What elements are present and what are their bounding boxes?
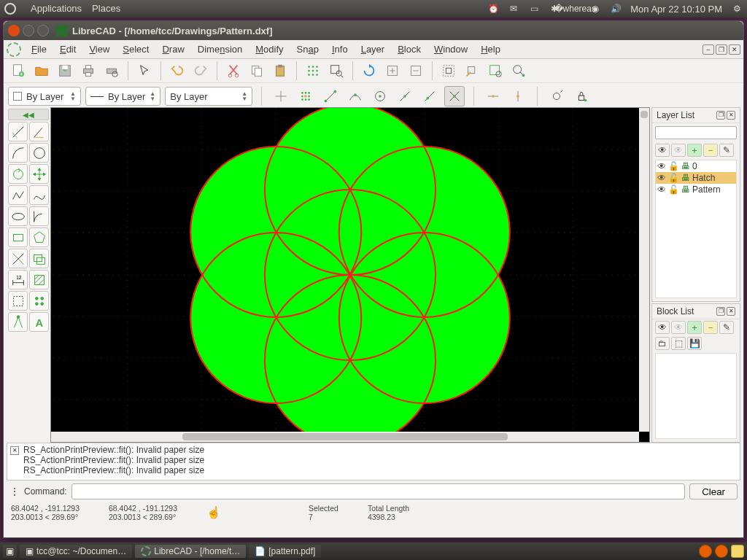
tool-offset[interactable] <box>29 249 49 268</box>
new-file-button[interactable] <box>8 61 28 81</box>
redraw-button[interactable] <box>359 61 379 81</box>
block-rename-button[interactable]: 🗀 <box>655 337 670 350</box>
command-input[interactable] <box>71 483 685 499</box>
zoom-window-button[interactable] <box>485 61 506 81</box>
print-icon[interactable]: 🖶 <box>681 161 690 171</box>
command-log[interactable]: ✕ RS_ActionPrintPreview::fit(): Invalid … <box>7 443 740 481</box>
snap-intersection-button[interactable] <box>444 86 465 106</box>
volume-icon[interactable]: 🔊 <box>610 3 622 15</box>
tool-point[interactable] <box>29 291 49 311</box>
block-remove-button[interactable]: － <box>703 321 718 334</box>
menu-modify[interactable]: Modify <box>249 42 289 57</box>
network-icon[interactable]: �whereas <box>569 3 581 15</box>
layer-show-all-button[interactable]: 👁 <box>655 144 670 157</box>
zoom-pan-button[interactable] <box>508 61 529 81</box>
tool-line[interactable] <box>8 122 28 141</box>
linewidth-combo[interactable]: By Layer ▲▼ <box>165 87 252 106</box>
print-preview-button[interactable] <box>101 61 122 81</box>
snap-center-button[interactable] <box>370 86 390 106</box>
restrict-horizontal-button[interactable] <box>483 86 503 106</box>
horizontal-scrollbar[interactable] <box>51 432 639 442</box>
menu-snap[interactable]: Snap <box>291 42 325 57</box>
cut-button[interactable] <box>223 61 244 81</box>
menu-file[interactable]: File <box>26 42 53 57</box>
block-panel-close-button[interactable]: ✕ <box>727 307 735 316</box>
linestyle-combo[interactable]: By Layer ▲▼ <box>85 87 160 106</box>
copy-button[interactable] <box>247 61 267 81</box>
task-librecad[interactable]: LibreCAD - [/home/t… <box>135 545 246 558</box>
lock-icon[interactable]: 🔓 <box>668 161 679 171</box>
tool-ellipse[interactable] <box>8 206 28 226</box>
zoom-previous-button[interactable] <box>462 61 482 81</box>
snap-endpoint-button[interactable] <box>320 86 341 106</box>
tool-angle-line[interactable] <box>29 122 49 141</box>
undo-button[interactable] <box>167 61 187 81</box>
layer-hide-all-button[interactable]: 👁 <box>671 144 686 157</box>
mdi-restore-button[interactable]: ❐ <box>716 44 727 55</box>
snap-grid-button[interactable] <box>295 86 316 106</box>
block-show-all-button[interactable]: 👁 <box>655 321 670 334</box>
tool-arc[interactable] <box>8 143 28 163</box>
librecad-menu-icon[interactable] <box>7 42 21 57</box>
layer-list[interactable]: 👁🔓🖶0👁🔓🖶Hatch👁🔓🖶Pattern <box>655 160 737 298</box>
layer-add-button[interactable]: ＋ <box>687 144 702 157</box>
menu-dimension[interactable]: Dimension <box>192 42 248 57</box>
tool-polygon[interactable] <box>29 228 49 247</box>
toolbox-back-button[interactable]: ◀◀ <box>8 109 49 120</box>
mdi-minimize-button[interactable]: – <box>703 44 714 55</box>
tool-move[interactable] <box>29 164 49 184</box>
workspace-switcher[interactable] <box>731 545 744 558</box>
menu-edit[interactable]: Edit <box>54 42 82 57</box>
snap-free-button[interactable] <box>271 86 291 106</box>
mdi-close-button[interactable]: ✕ <box>729 44 740 55</box>
layer-filter-input[interactable] <box>655 126 737 139</box>
zoom-out-button[interactable] <box>406 61 426 81</box>
tool-trim[interactable] <box>8 249 28 268</box>
eye-icon[interactable]: 👁 <box>657 173 666 183</box>
applications-menu[interactable]: Applications <box>31 3 82 15</box>
print-icon[interactable]: 🖶 <box>681 173 690 183</box>
menu-draw[interactable]: Draw <box>156 42 190 57</box>
layer-panel-float-button[interactable]: ❐ <box>716 111 725 120</box>
layer-edit-button[interactable]: ✎ <box>719 144 734 157</box>
block-insert-button[interactable]: ⬚ <box>671 337 686 350</box>
places-menu[interactable]: Places <box>92 3 120 15</box>
paste-button[interactable] <box>270 61 290 81</box>
gear-icon[interactable]: ⚙ <box>731 3 743 15</box>
task-pdf[interactable]: 📄 [pattern.pdf] <box>249 545 321 558</box>
menu-window[interactable]: Window <box>428 42 473 57</box>
restrict-vertical-button[interactable] <box>508 86 528 106</box>
tool-bounding-box[interactable] <box>8 291 28 311</box>
snap-on-entity-button[interactable] <box>345 86 365 106</box>
drawing-canvas[interactable] <box>50 107 650 443</box>
show-desktop-button[interactable]: ▣ <box>3 545 17 558</box>
tool-rotate[interactable] <box>8 164 28 184</box>
layer-row[interactable]: 👁🔓🖶Hatch <box>656 172 736 184</box>
titlebar[interactable]: LibreCAD - [/home/tcc/Drawings/Pattern.d… <box>4 21 743 40</box>
close-button[interactable] <box>8 25 20 36</box>
battery-icon[interactable]: ▭ <box>528 3 540 15</box>
eye-icon[interactable]: 👁 <box>657 161 666 171</box>
block-edit-button[interactable]: ✎ <box>719 321 734 334</box>
tool-tangent-arc[interactable] <box>29 206 49 226</box>
layer-row[interactable]: 👁🔓🖶0 <box>656 160 736 172</box>
menu-select[interactable]: Select <box>117 42 155 57</box>
open-file-button[interactable] <box>31 61 52 81</box>
block-add-button[interactable]: ＋ <box>687 321 702 334</box>
grid-button[interactable] <box>303 61 323 81</box>
tool-dimension[interactable]: 12 <box>8 270 28 289</box>
redo-button[interactable] <box>190 61 211 81</box>
block-save-button[interactable]: 💾 <box>687 337 702 350</box>
network-wifi-icon[interactable]: ◉ <box>589 3 601 15</box>
block-hide-all-button[interactable]: 👁 <box>671 321 686 334</box>
save-file-button[interactable] <box>55 61 75 81</box>
print-icon[interactable]: 🖶 <box>681 184 690 195</box>
minimize-button[interactable] <box>23 25 34 36</box>
layer-panel-close-button[interactable]: ✕ <box>727 111 735 120</box>
snap-distance-button[interactable] <box>419 86 440 106</box>
tool-circle[interactable] <box>29 143 49 163</box>
zoom-auto-button[interactable] <box>438 61 459 81</box>
firefox-icon-2[interactable] <box>715 545 728 558</box>
tool-dim-compass[interactable] <box>8 312 28 332</box>
pointer-button[interactable] <box>134 61 155 81</box>
